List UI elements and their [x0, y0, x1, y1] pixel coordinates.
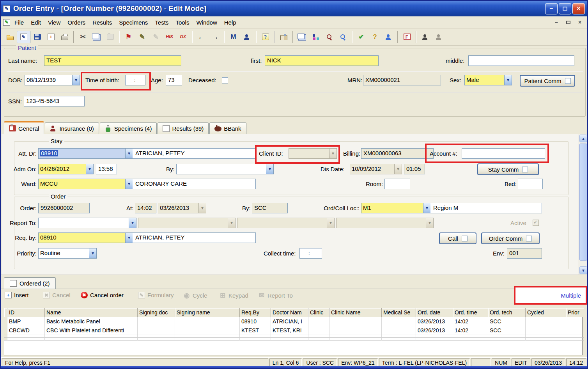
mdi-close-button[interactable]: ×: [575, 18, 585, 27]
help-button[interactable]: ?: [259, 31, 272, 43]
tab-results-39[interactable]: Results (39): [158, 122, 209, 134]
print-button[interactable]: [58, 31, 71, 43]
last-name-field[interactable]: TEST: [44, 55, 181, 66]
stay-comm-button[interactable]: Stay Comm: [477, 163, 539, 175]
req-by-combo[interactable]: 08910: [39, 233, 125, 243]
column-header-signing-doc[interactable]: Signing doc: [138, 308, 175, 317]
req-by-dropdown-button[interactable]: [125, 233, 133, 243]
security-button[interactable]: [432, 31, 446, 43]
maximize-button[interactable]: [559, 3, 571, 14]
menu-help[interactable]: Help: [221, 18, 240, 27]
edit-order-button[interactable]: ✎: [17, 31, 30, 43]
middle-name-field[interactable]: [468, 55, 574, 66]
adm-on-date-combo[interactable]: 04/26/2012: [38, 164, 94, 174]
order-inquiry-button[interactable]: ?: [368, 31, 382, 43]
ord-coll-loc-dropdown-button[interactable]: [423, 203, 430, 213]
column-header-ord-tech[interactable]: Ord. tech: [488, 308, 526, 317]
dob-dropdown-button[interactable]: [72, 75, 80, 85]
cut-button[interactable]: ✂: [76, 31, 90, 43]
ord-coll-loc-combo[interactable]: M1: [361, 203, 423, 213]
his-button[interactable]: HIS: [163, 31, 176, 43]
order-tree-button[interactable]: [309, 31, 322, 43]
copy-button[interactable]: [90, 31, 103, 43]
tab-general[interactable]: General: [4, 121, 44, 134]
ward-combo[interactable]: MCCU: [39, 179, 125, 189]
scrollbar-thumb[interactable]: [579, 144, 587, 261]
save-button[interactable]: [30, 31, 44, 43]
stay-comm-checkbox[interactable]: [522, 167, 528, 172]
column-header-medical-se[interactable]: Medical Se: [382, 308, 416, 317]
patient-comm-checkbox[interactable]: [565, 78, 571, 84]
table-row[interactable]: CBCWDCBC With Platelet and DifferentiKTE…: [4, 326, 582, 335]
column-header-clinic-name[interactable]: Clinic Name: [329, 308, 382, 317]
menu-orders[interactable]: Orders: [64, 18, 89, 27]
scroll-down-button[interactable]: ▼: [579, 266, 587, 274]
menu-tools[interactable]: Tools: [172, 18, 193, 27]
room-field[interactable]: [384, 179, 410, 189]
sex-combo[interactable]: Male: [464, 75, 512, 85]
receive-specimen-button[interactable]: [382, 31, 395, 43]
cancel-order-button[interactable]: ✖Cancel order: [81, 292, 124, 298]
find-patient-button[interactable]: [322, 31, 336, 43]
tab-bbank[interactable]: BBank: [209, 122, 246, 134]
collect-time-field[interactable]: __:__: [299, 248, 322, 259]
insert-button[interactable]: +Insert: [5, 292, 29, 298]
patient-comm-button[interactable]: Patient Comm: [520, 75, 575, 87]
call-button[interactable]: Call: [439, 232, 476, 244]
time-of-birth-field[interactable]: __:__: [125, 75, 145, 85]
validate-order-button[interactable]: ✔: [354, 31, 368, 43]
column-header-ord-time[interactable]: Ord. time: [453, 308, 488, 317]
menu-results[interactable]: Results: [89, 18, 115, 27]
copy-order-button[interactable]: [295, 31, 309, 43]
mdi-minimize-button[interactable]: –: [551, 18, 561, 27]
back-button[interactable]: ←: [195, 31, 208, 43]
column-header-prior[interactable]: Prior: [566, 308, 584, 317]
menu-view[interactable]: View: [44, 18, 64, 27]
att-dr-combo[interactable]: 08910: [39, 149, 125, 158]
priority-dropdown-button[interactable]: [89, 248, 96, 258]
dx-button[interactable]: DX: [176, 31, 190, 43]
att-dr-dropdown-button[interactable]: [125, 149, 133, 158]
sex-dropdown-button[interactable]: [504, 75, 512, 85]
menu-file[interactable]: File: [11, 18, 27, 27]
column-header-ord-date[interactable]: Ord. date: [416, 308, 453, 317]
tab-insurance-0[interactable]: Insurance (0): [45, 122, 99, 134]
column-header-req-by[interactable]: Req.By: [240, 308, 271, 317]
patient-inquiry-button[interactable]: [277, 31, 290, 43]
import-order-button[interactable]: +: [44, 31, 58, 43]
column-header-cycled[interactable]: Cycled: [526, 308, 566, 317]
multiple-link[interactable]: Multiple: [514, 286, 587, 305]
table-row[interactable]: BMPBasic Metabolic Panel08910ATRICIAN, I…: [4, 317, 582, 326]
deceased-checkbox[interactable]: [222, 77, 228, 83]
column-header-doctor-nam[interactable]: Doctor Nam: [271, 308, 308, 317]
report-to-combo-1[interactable]: [38, 218, 136, 228]
column-header-name[interactable]: Name: [45, 308, 138, 317]
account-field[interactable]: [462, 148, 545, 159]
order-maintenance-button[interactable]: ✎: [135, 31, 149, 43]
add-patient-button[interactable]: [240, 31, 254, 43]
order-comm-button[interactable]: Order Comm: [481, 232, 540, 244]
forward-button[interactable]: →: [208, 31, 222, 43]
ward-dropdown-button[interactable]: [125, 179, 133, 189]
content-scrollbar[interactable]: ▲ ▼: [579, 134, 587, 275]
priority-combo[interactable]: Routine: [38, 248, 97, 259]
menu-tests[interactable]: Tests: [151, 18, 172, 27]
dob-combo[interactable]: 08/12/1939: [25, 75, 80, 85]
adm-on-time-field[interactable]: 13:58: [96, 164, 117, 174]
row-selector[interactable]: [4, 317, 7, 326]
scroll-up-button[interactable]: ▲: [579, 135, 587, 142]
row-selector[interactable]: [4, 326, 7, 335]
minimize-button[interactable]: –: [545, 3, 558, 14]
ssn-field[interactable]: 123-45-5643: [24, 96, 85, 106]
report-to-dropdown-1[interactable]: [129, 218, 136, 228]
open-order-button[interactable]: [3, 31, 17, 43]
find-order-button[interactable]: [336, 31, 350, 43]
adm-on-dropdown-button[interactable]: [86, 164, 93, 174]
column-header-id[interactable]: ID: [7, 308, 45, 317]
formulary-f-button[interactable]: F: [400, 31, 414, 43]
ordered-tab[interactable]: Ordered (2): [4, 277, 56, 289]
order-comm-checkbox[interactable]: [526, 236, 532, 241]
user-photo-button[interactable]: [418, 31, 432, 43]
call-checkbox[interactable]: [462, 236, 468, 241]
stay-by-dropdown-button[interactable]: [266, 164, 273, 174]
